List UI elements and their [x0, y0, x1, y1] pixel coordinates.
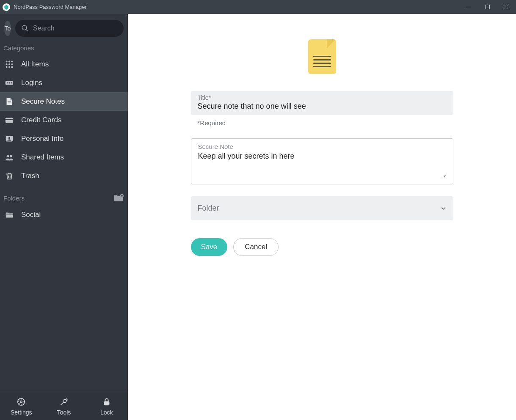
svg-rect-43 [104, 401, 109, 405]
settings-button[interactable]: Settings [0, 392, 43, 420]
sidebar-item-credit-cards[interactable]: Credit Cards [0, 111, 128, 129]
gear-icon [17, 397, 26, 406]
svg-rect-21 [6, 118, 13, 123]
lock-icon [102, 397, 111, 406]
trash-icon [4, 171, 14, 181]
svg-line-41 [19, 404, 19, 404]
sidebar-item-label: Secure Notes [21, 97, 65, 106]
cancel-button[interactable]: Cancel [233, 238, 279, 256]
svg-point-13 [8, 66, 10, 68]
categories-header: Categories [0, 42, 128, 55]
sidebar: To Categories All Items Logins [0, 14, 128, 420]
search-field[interactable] [15, 20, 124, 37]
svg-line-42 [23, 399, 24, 400]
avatar[interactable]: To [4, 21, 11, 36]
secure-note-label: Secure Note [198, 143, 446, 150]
sidebar-item-label: Credit Cards [21, 116, 61, 124]
people-icon [4, 152, 14, 162]
required-helper: *Required [191, 119, 453, 126]
svg-point-16 [7, 82, 8, 84]
svg-point-18 [11, 82, 12, 84]
svg-point-12 [6, 66, 8, 68]
svg-line-39 [19, 399, 19, 400]
card-icon [4, 115, 14, 125]
secure-note-textarea[interactable] [198, 152, 446, 177]
note-illustration [191, 39, 453, 74]
settings-label: Settings [11, 409, 32, 416]
app-icon [3, 3, 10, 11]
password-icon [4, 78, 14, 88]
wrench-icon [59, 397, 69, 406]
lock-button[interactable]: Lock [85, 392, 128, 420]
main-content: Title* *Required Secure Note Folder Save… [128, 14, 516, 420]
svg-point-7 [8, 61, 10, 63]
sidebar-item-trash[interactable]: Trash [0, 167, 128, 185]
sidebar-item-label: Trash [21, 172, 39, 180]
title-label: Title* [198, 94, 447, 101]
svg-line-5 [26, 29, 28, 31]
svg-rect-32 [6, 214, 13, 214]
tools-button[interactable]: Tools [43, 392, 86, 420]
svg-rect-1 [486, 5, 490, 9]
svg-point-14 [11, 66, 13, 68]
folder-icon [4, 210, 14, 220]
grid-icon [4, 59, 14, 69]
tools-label: Tools [57, 409, 71, 416]
folders-header: Folders [0, 191, 128, 206]
window-maximize-button[interactable] [478, 0, 497, 14]
window-close-button[interactable] [497, 0, 516, 14]
lock-label: Lock [100, 409, 113, 416]
search-icon [21, 25, 29, 32]
secure-note-field[interactable]: Secure Note [191, 138, 453, 184]
window-title: NordPass Password Manager [14, 4, 87, 10]
svg-point-25 [7, 155, 9, 158]
sidebar-item-label: Logins [21, 79, 42, 87]
svg-rect-20 [8, 103, 11, 103]
folder-item-social[interactable]: Social [0, 206, 128, 224]
sidebar-item-all-items[interactable]: All Items [0, 55, 128, 74]
folder-select[interactable]: Folder [191, 196, 453, 220]
window-titlebar: NordPass Password Manager [0, 0, 516, 14]
sidebar-item-logins[interactable]: Logins [0, 74, 128, 92]
svg-point-4 [22, 25, 27, 30]
person-card-icon [4, 134, 14, 144]
svg-rect-19 [8, 102, 11, 102]
folder-item-label: Social [21, 211, 41, 219]
svg-point-17 [9, 82, 10, 84]
sidebar-item-personal-info[interactable]: Personal Info [0, 129, 128, 148]
sidebar-item-shared-items[interactable]: Shared Items [0, 148, 128, 167]
window-minimize-button[interactable] [459, 0, 478, 14]
svg-point-9 [6, 63, 8, 65]
chevron-down-icon [440, 205, 447, 212]
folder-select-label: Folder [198, 204, 219, 213]
svg-point-6 [6, 61, 8, 63]
title-input[interactable] [198, 102, 447, 111]
svg-point-26 [10, 155, 12, 158]
svg-point-8 [11, 61, 13, 63]
svg-point-10 [8, 63, 10, 65]
svg-point-34 [20, 401, 22, 403]
svg-point-24 [8, 137, 10, 139]
svg-line-40 [23, 404, 24, 404]
svg-point-11 [11, 63, 13, 65]
sidebar-item-label: Shared Items [21, 153, 64, 162]
note-icon [4, 96, 14, 107]
search-input[interactable] [33, 25, 118, 32]
add-folder-button[interactable] [113, 194, 124, 202]
svg-rect-22 [6, 119, 13, 120]
title-field[interactable]: Title* [191, 91, 453, 115]
sidebar-item-label: All Items [21, 60, 49, 69]
save-button[interactable]: Save [191, 238, 228, 256]
sidebar-item-label: Personal Info [21, 135, 63, 143]
sidebar-item-secure-notes[interactable]: Secure Notes [0, 92, 128, 111]
